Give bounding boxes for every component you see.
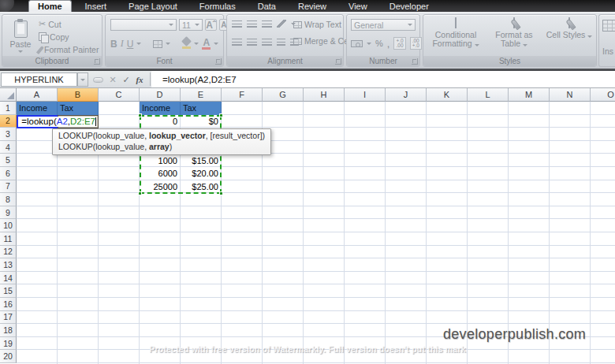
fill-color-caret-icon[interactable] [194,43,199,45]
tab-data[interactable]: Data [249,0,285,12]
conditional-formatting-button[interactable]: Conditional Formatting [428,19,483,48]
range-handle-bl[interactable] [138,191,142,195]
column-header-E[interactable]: E [181,88,222,102]
orientation-button[interactable] [277,20,286,28]
enter-button[interactable]: ✓ [120,73,132,86]
row-header-18[interactable]: 18 [0,324,17,337]
align-left-button[interactable] [232,39,242,46]
column-header-H[interactable]: H [304,88,345,102]
column-header-L[interactable]: L [468,88,509,102]
paste-button[interactable]: Paste [6,18,35,58]
format-as-table-button[interactable]: Format as Table [486,19,542,48]
cell-A1[interactable]: Income [17,102,58,115]
column-header-C[interactable]: C [99,88,140,102]
increase-decimal-button[interactable]: +.0 .00 [393,37,405,50]
comma-button[interactable]: , [387,38,390,50]
row-header-17[interactable]: 17 [0,311,17,325]
column-header-G[interactable]: G [263,88,304,102]
underline-caret-icon[interactable] [136,43,141,45]
grow-font-button[interactable]: Aˆ [205,19,217,31]
row-header-11[interactable]: 11 [0,232,17,246]
borders-caret-icon[interactable] [166,43,170,45]
range-handle-tl[interactable] [138,113,142,117]
font-dialog-launcher[interactable] [215,58,222,65]
office-button[interactable] [0,0,14,13]
column-header-O[interactable]: O [591,88,615,102]
align-middle-button[interactable] [247,20,257,28]
row-header-3[interactable]: 3 [0,128,17,141]
row-header-8[interactable]: 8 [0,193,17,206]
borders-button[interactable] [153,40,162,48]
tab-formulas[interactable]: Formulas [191,0,244,12]
fill-color-button[interactable] [182,39,191,49]
row-header-13[interactable]: 13 [0,258,17,272]
number-format-combo[interactable]: General [351,19,416,31]
font-size-combo[interactable]: 11 [179,19,203,31]
cancel-button[interactable]: ✕ [106,73,119,86]
cell-styles-button[interactable]: Cell Styles [542,19,597,39]
italic-button[interactable]: I [121,38,124,50]
column-header-M[interactable]: M [509,88,550,102]
clipboard-dialog-launcher[interactable] [94,58,100,65]
name-box-dropdown[interactable] [77,72,88,87]
row-header-15[interactable]: 15 [0,284,17,298]
cell-E1[interactable]: Tax [181,102,222,115]
row-header-1[interactable]: 1 [0,102,17,115]
row-header-9[interactable]: 9 [0,206,17,220]
percent-button[interactable]: % [375,39,383,48]
column-header-N[interactable]: N [550,88,591,102]
number-dialog-launcher[interactable] [412,58,418,65]
decrease-indent-button[interactable] [277,39,285,46]
range-handle-br[interactable] [219,191,223,195]
cell-B1[interactable]: Tax [58,102,99,115]
name-box[interactable]: HYPERLINK [1,72,77,87]
tab-insert[interactable]: Insert [76,0,116,12]
select-all-corner[interactable] [0,88,17,102]
column-header-B[interactable]: B [58,88,99,102]
tab-review[interactable]: Review [289,0,335,12]
tab-developer[interactable]: Developer [381,0,438,12]
font-color-button[interactable]: A [202,39,211,50]
align-bottom-button[interactable] [262,20,272,28]
row-header-10[interactable]: 10 [0,219,17,232]
insert-function-button[interactable]: fx [133,73,146,86]
column-header-K[interactable]: K [427,88,468,102]
column-header-D[interactable]: D [140,88,181,102]
tab-view[interactable]: View [340,0,376,12]
formula-bar-splitter[interactable] [93,77,103,83]
ribbon-tab-bar: HomeInsertPage LayoutFormulasDataReviewV… [0,0,615,12]
row-header-7[interactable]: 7 [0,180,17,194]
formula-input[interactable]: =lookup(A2,D2:E7 [151,71,615,87]
row-header-2[interactable]: 2 [0,115,17,128]
column-header-J[interactable]: J [386,88,427,102]
format-painter-button[interactable]: Format Painter [39,45,99,54]
underline-button[interactable]: U [127,39,134,50]
bold-button[interactable]: B [110,39,117,50]
align-center-button[interactable] [247,39,257,46]
accounting-format-button[interactable] [351,40,363,47]
cell-D1[interactable]: Income [140,102,181,115]
column-header-F[interactable]: F [222,88,263,102]
decrease-decimal-button[interactable]: .00 +.0 [410,37,422,50]
tab-page-layout[interactable]: Page Layout [120,0,186,12]
accounting-caret-icon[interactable] [367,43,371,45]
range-handle-tr[interactable] [219,113,223,117]
alignment-dialog-launcher[interactable] [335,58,341,65]
copy-button[interactable]: Copy [39,32,99,42]
row-header-12[interactable]: 12 [0,246,17,259]
row-header-6[interactable]: 6 [0,167,17,180]
row-header-14[interactable]: 14 [0,272,17,285]
font-color-caret-icon[interactable] [214,43,218,45]
align-right-button[interactable] [262,39,272,46]
row-header-16[interactable]: 16 [0,298,17,311]
row-header-4[interactable]: 4 [0,141,17,154]
font-name-combo[interactable] [110,19,177,31]
column-header-I[interactable]: I [345,88,386,102]
cut-button[interactable]: ✂ Cut [39,19,99,29]
column-header-A[interactable]: A [17,88,58,102]
insert-cells-label[interactable]: Ins [602,46,613,56]
row-header-5[interactable]: 5 [0,154,17,167]
cell-editor[interactable]: =lookup(A2,D2:E7 [17,117,96,126]
align-top-button[interactable] [232,20,242,28]
tab-home[interactable]: Home [28,0,72,12]
